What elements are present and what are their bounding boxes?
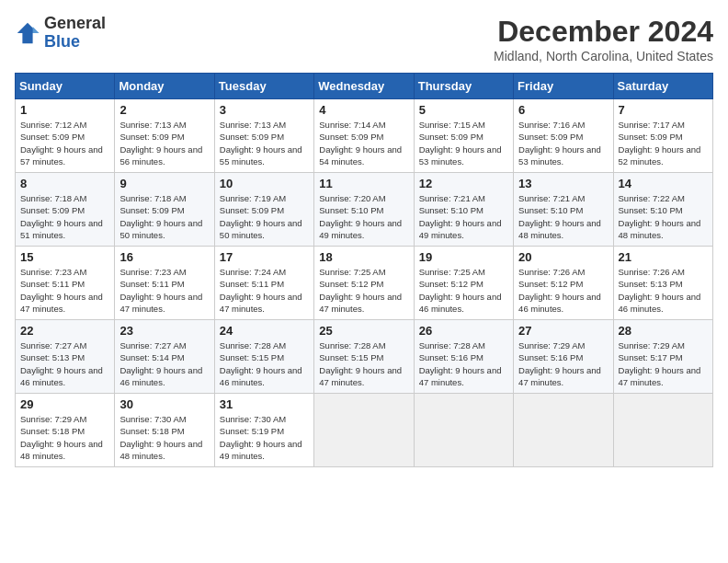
calendar-cell [414,394,513,467]
day-info: Sunrise: 7:17 AM Sunset: 5:09 PM Dayligh… [619,119,708,167]
calendar-cell: 12 Sunrise: 7:21 AM Sunset: 5:10 PM Dayl… [414,173,513,247]
day-info: Sunrise: 7:29 AM Sunset: 5:16 PM Dayligh… [518,339,608,388]
day-number: 14 [619,177,708,190]
day-info: Sunrise: 7:13 AM Sunset: 5:09 PM Dayligh… [220,119,309,167]
header-day-saturday: Saturday [613,74,712,99]
day-info: Sunrise: 7:20 AM Sunset: 5:10 PM Dayligh… [319,192,408,241]
calendar-cell: 20 Sunrise: 7:26 AM Sunset: 5:12 PM Dayl… [514,247,613,320]
day-info: Sunrise: 7:25 AM Sunset: 5:12 PM Dayligh… [319,266,408,315]
calendar-cell: 28 Sunrise: 7:29 AM Sunset: 5:17 PM Dayl… [613,320,712,394]
week-row-4: 22 Sunrise: 7:27 AM Sunset: 5:13 PM Dayl… [16,320,713,394]
calendar-cell: 9 Sunrise: 7:18 AM Sunset: 5:09 PM Dayli… [115,173,214,247]
day-number: 27 [518,324,608,338]
day-number: 3 [220,103,309,117]
calendar-table: SundayMondayTuesdayWednesdayThursdayFrid… [15,73,713,467]
day-info: Sunrise: 7:27 AM Sunset: 5:13 PM Dayligh… [20,339,109,388]
day-number: 31 [220,397,309,411]
calendar-cell: 13 Sunrise: 7:21 AM Sunset: 5:10 PM Dayl… [514,173,613,247]
day-info: Sunrise: 7:29 AM Sunset: 5:18 PM Dayligh… [20,413,109,462]
calendar-cell: 18 Sunrise: 7:25 AM Sunset: 5:12 PM Dayl… [314,247,414,320]
calendar-cell: 1 Sunrise: 7:12 AM Sunset: 5:09 PM Dayli… [16,99,115,173]
calendar-cell: 15 Sunrise: 7:23 AM Sunset: 5:11 PM Dayl… [16,247,115,320]
calendar-cell: 7 Sunrise: 7:17 AM Sunset: 5:09 PM Dayli… [613,99,712,173]
calendar-cell: 25 Sunrise: 7:28 AM Sunset: 5:15 PM Dayl… [314,320,414,394]
logo-line2: Blue [44,33,106,52]
day-info: Sunrise: 7:22 AM Sunset: 5:10 PM Dayligh… [619,192,708,241]
day-info: Sunrise: 7:23 AM Sunset: 5:11 PM Dayligh… [20,266,109,315]
calendar-cell: 6 Sunrise: 7:16 AM Sunset: 5:09 PM Dayli… [514,99,613,173]
day-info: Sunrise: 7:30 AM Sunset: 5:18 PM Dayligh… [119,413,209,462]
logo-icon [15,20,40,46]
logo: General Blue [15,15,106,52]
day-number: 7 [619,103,708,117]
day-number: 15 [20,250,109,264]
calendar-cell: 8 Sunrise: 7:18 AM Sunset: 5:09 PM Dayli… [16,173,115,247]
day-info: Sunrise: 7:21 AM Sunset: 5:10 PM Dayligh… [419,192,508,241]
header-day-wednesday: Wednesday [314,74,414,99]
calendar-cell: 16 Sunrise: 7:23 AM Sunset: 5:11 PM Dayl… [115,247,214,320]
calendar-cell [314,394,414,467]
day-info: Sunrise: 7:14 AM Sunset: 5:09 PM Dayligh… [319,119,408,167]
day-info: Sunrise: 7:25 AM Sunset: 5:12 PM Dayligh… [419,266,508,315]
day-info: Sunrise: 7:19 AM Sunset: 5:09 PM Dayligh… [220,192,309,241]
calendar-cell: 30 Sunrise: 7:30 AM Sunset: 5:18 PM Dayl… [115,394,214,467]
svg-marker-1 [33,27,40,33]
calendar-body: 1 Sunrise: 7:12 AM Sunset: 5:09 PM Dayli… [16,99,713,467]
day-number: 2 [119,103,209,117]
day-info: Sunrise: 7:16 AM Sunset: 5:09 PM Dayligh… [518,119,608,167]
calendar-cell: 31 Sunrise: 7:30 AM Sunset: 5:19 PM Dayl… [214,394,313,467]
day-number: 21 [619,250,708,264]
day-info: Sunrise: 7:15 AM Sunset: 5:09 PM Dayligh… [419,119,508,167]
calendar-cell: 27 Sunrise: 7:29 AM Sunset: 5:16 PM Dayl… [514,320,613,394]
header-day-friday: Friday [514,74,613,99]
week-row-5: 29 Sunrise: 7:29 AM Sunset: 5:18 PM Dayl… [16,394,713,467]
calendar-cell: 10 Sunrise: 7:19 AM Sunset: 5:09 PM Dayl… [214,173,313,247]
header-day-tuesday: Tuesday [214,74,313,99]
day-info: Sunrise: 7:18 AM Sunset: 5:09 PM Dayligh… [20,192,109,241]
week-row-3: 15 Sunrise: 7:23 AM Sunset: 5:11 PM Dayl… [16,247,713,320]
day-number: 25 [319,324,408,338]
location: Midland, North Carolina, United States [494,49,713,63]
day-number: 16 [119,250,209,264]
day-info: Sunrise: 7:24 AM Sunset: 5:11 PM Dayligh… [220,266,309,315]
day-number: 28 [619,324,708,338]
day-info: Sunrise: 7:30 AM Sunset: 5:19 PM Dayligh… [220,413,309,462]
header-day-monday: Monday [115,74,214,99]
logo-line1: General [44,15,106,33]
day-info: Sunrise: 7:28 AM Sunset: 5:16 PM Dayligh… [419,339,508,388]
day-number: 10 [220,177,309,190]
calendar-cell: 5 Sunrise: 7:15 AM Sunset: 5:09 PM Dayli… [414,99,513,173]
day-number: 12 [419,177,508,190]
day-number: 19 [419,250,508,264]
calendar-cell: 14 Sunrise: 7:22 AM Sunset: 5:10 PM Dayl… [613,173,712,247]
calendar-cell: 29 Sunrise: 7:29 AM Sunset: 5:18 PM Dayl… [16,394,115,467]
day-number: 17 [220,250,309,264]
calendar-cell: 4 Sunrise: 7:14 AM Sunset: 5:09 PM Dayli… [314,99,414,173]
month-year: December 2024 [494,15,713,49]
day-number: 30 [119,397,209,411]
calendar-cell: 24 Sunrise: 7:28 AM Sunset: 5:15 PM Dayl… [214,320,313,394]
calendar-cell: 17 Sunrise: 7:24 AM Sunset: 5:11 PM Dayl… [214,247,313,320]
calendar-cell: 3 Sunrise: 7:13 AM Sunset: 5:09 PM Dayli… [214,99,313,173]
day-info: Sunrise: 7:29 AM Sunset: 5:17 PM Dayligh… [619,339,708,388]
day-number: 1 [20,103,109,117]
day-number: 26 [419,324,508,338]
calendar-cell: 11 Sunrise: 7:20 AM Sunset: 5:10 PM Dayl… [314,173,414,247]
calendar-cell: 22 Sunrise: 7:27 AM Sunset: 5:13 PM Dayl… [16,320,115,394]
day-number: 5 [419,103,508,117]
calendar-cell [613,394,712,467]
header-day-thursday: Thursday [414,74,513,99]
day-info: Sunrise: 7:26 AM Sunset: 5:13 PM Dayligh… [619,266,708,315]
day-number: 6 [518,103,608,117]
calendar-header: SundayMondayTuesdayWednesdayThursdayFrid… [16,74,713,99]
day-number: 18 [319,250,408,264]
day-number: 11 [319,177,408,190]
title-area: December 2024 Midland, North Carolina, U… [494,15,713,63]
day-number: 13 [518,177,608,190]
calendar-cell: 26 Sunrise: 7:28 AM Sunset: 5:16 PM Dayl… [414,320,513,394]
day-info: Sunrise: 7:12 AM Sunset: 5:09 PM Dayligh… [20,119,109,167]
calendar-cell [514,394,613,467]
day-number: 4 [319,103,408,117]
day-info: Sunrise: 7:28 AM Sunset: 5:15 PM Dayligh… [319,339,408,388]
day-info: Sunrise: 7:21 AM Sunset: 5:10 PM Dayligh… [518,192,608,241]
